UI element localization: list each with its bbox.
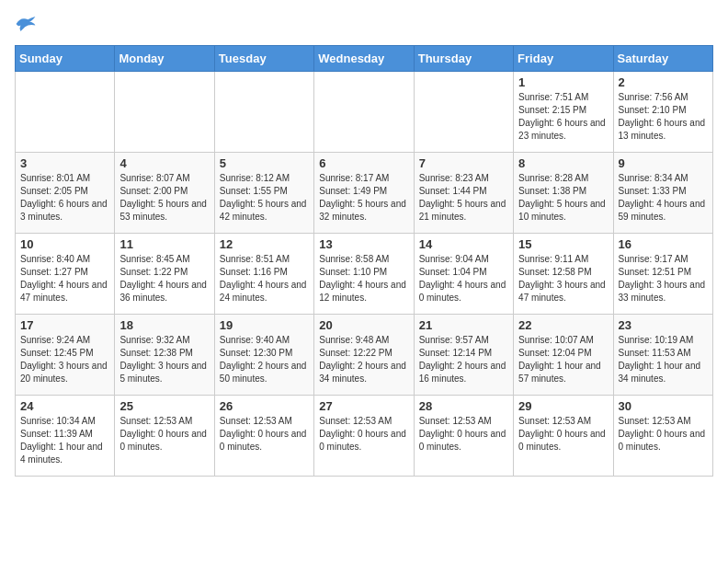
calendar-cell: 3Sunrise: 8:01 AM Sunset: 2:05 PM Daylig… — [16, 153, 115, 234]
logo-bird-icon — [15, 15, 37, 33]
day-info: Sunrise: 9:17 AM Sunset: 12:51 PM Daylig… — [619, 253, 708, 304]
calendar-cell: 2Sunrise: 7:56 AM Sunset: 2:10 PM Daylig… — [613, 72, 712, 153]
day-info: Sunrise: 9:32 AM Sunset: 12:38 PM Daylig… — [119, 334, 209, 385]
calendar-cell — [414, 72, 513, 153]
calendar-cell: 29Sunset: 12:53 AM Daylight: 0 hours and… — [514, 396, 613, 477]
calendar-cell: 11Sunrise: 8:45 AM Sunset: 1:22 PM Dayli… — [115, 234, 214, 315]
calendar-cell: 27Sunset: 12:53 AM Daylight: 0 hours and… — [314, 396, 414, 477]
day-number: 4 — [119, 156, 209, 170]
calendar-cell: 13Sunrise: 8:58 AM Sunset: 1:10 PM Dayli… — [314, 234, 414, 315]
day-number: 25 — [119, 399, 209, 413]
week-row-3: 10Sunrise: 8:40 AM Sunset: 1:27 PM Dayli… — [16, 234, 713, 315]
day-info: Sunrise: 8:45 AM Sunset: 1:22 PM Dayligh… — [119, 253, 209, 304]
day-info: Sunrise: 10:34 AM Sunset: 11:39 AM Dayli… — [20, 415, 109, 466]
week-row-4: 17Sunrise: 9:24 AM Sunset: 12:45 PM Dayl… — [16, 315, 713, 396]
calendar-cell: 5Sunrise: 8:12 AM Sunset: 1:55 PM Daylig… — [214, 153, 313, 234]
calendar-cell: 20Sunrise: 9:48 AM Sunset: 12:22 PM Dayl… — [314, 315, 414, 396]
calendar-cell — [214, 72, 313, 153]
day-info: Sunset: 12:53 AM Daylight: 0 hours and 0… — [518, 415, 608, 454]
calendar-cell: 15Sunrise: 9:11 AM Sunset: 12:58 PM Dayl… — [514, 234, 613, 315]
day-info: Sunrise: 9:24 AM Sunset: 12:45 PM Daylig… — [20, 334, 109, 385]
calendar-cell: 18Sunrise: 9:32 AM Sunset: 12:38 PM Dayl… — [115, 315, 214, 396]
day-number: 27 — [319, 399, 408, 413]
calendar-cell: 23Sunrise: 10:19 AM Sunset: 11:53 AM Day… — [613, 315, 712, 396]
calendar-cell: 14Sunrise: 9:04 AM Sunset: 1:04 PM Dayli… — [414, 234, 513, 315]
day-number: 5 — [220, 156, 309, 170]
calendar-cell: 12Sunrise: 8:51 AM Sunset: 1:16 PM Dayli… — [214, 234, 313, 315]
day-info: Sunrise: 8:01 AM Sunset: 2:05 PM Dayligh… — [20, 172, 109, 224]
day-number: 7 — [419, 156, 508, 170]
weekday-header-friday: Friday — [514, 46, 613, 72]
week-row-2: 3Sunrise: 8:01 AM Sunset: 2:05 PM Daylig… — [16, 153, 713, 234]
weekday-header-sunday: Sunday — [16, 46, 115, 72]
day-info: Sunset: 12:53 AM Daylight: 0 hours and 0… — [119, 415, 209, 454]
day-info: Sunrise: 8:34 AM Sunset: 1:33 PM Dayligh… — [619, 172, 708, 224]
calendar-cell: 7Sunrise: 8:23 AM Sunset: 1:44 PM Daylig… — [414, 153, 513, 234]
weekday-header-wednesday: Wednesday — [314, 46, 414, 72]
calendar-cell: 17Sunrise: 9:24 AM Sunset: 12:45 PM Dayl… — [16, 315, 115, 396]
day-number: 2 — [619, 75, 708, 89]
day-number: 11 — [119, 237, 209, 251]
day-number: 8 — [518, 156, 608, 170]
day-info: Sunrise: 8:12 AM Sunset: 1:55 PM Dayligh… — [220, 172, 309, 224]
calendar-cell: 22Sunrise: 10:07 AM Sunset: 12:04 PM Day… — [514, 315, 613, 396]
day-info: Sunrise: 9:57 AM Sunset: 12:14 PM Daylig… — [419, 334, 508, 385]
day-info: Sunrise: 10:07 AM Sunset: 12:04 PM Dayli… — [518, 334, 608, 385]
day-number: 30 — [619, 399, 708, 413]
calendar-cell: 24Sunrise: 10:34 AM Sunset: 11:39 AM Day… — [16, 396, 115, 477]
day-number: 15 — [518, 237, 608, 251]
day-info: Sunrise: 8:23 AM Sunset: 1:44 PM Dayligh… — [419, 172, 508, 224]
day-number: 23 — [619, 318, 708, 332]
day-number: 9 — [619, 156, 708, 170]
day-number: 10 — [20, 237, 109, 251]
day-number: 20 — [319, 318, 408, 332]
calendar-cell: 4Sunrise: 8:07 AM Sunset: 2:00 PM Daylig… — [115, 153, 214, 234]
weekday-header-tuesday: Tuesday — [214, 46, 313, 72]
day-number: 12 — [220, 237, 309, 251]
weekday-header-thursday: Thursday — [414, 46, 513, 72]
day-info: Sunrise: 9:04 AM Sunset: 1:04 PM Dayligh… — [419, 253, 508, 304]
calendar-cell: 6Sunrise: 8:17 AM Sunset: 1:49 PM Daylig… — [314, 153, 414, 234]
weekday-header-saturday: Saturday — [613, 46, 712, 72]
calendar-cell: 25Sunset: 12:53 AM Daylight: 0 hours and… — [115, 396, 214, 477]
day-info: Sunset: 12:53 AM Daylight: 0 hours and 0… — [319, 415, 408, 454]
calendar-cell: 8Sunrise: 8:28 AM Sunset: 1:38 PM Daylig… — [514, 153, 613, 234]
logo — [15, 15, 40, 38]
day-number: 1 — [518, 75, 608, 89]
day-info: Sunset: 12:53 AM Daylight: 0 hours and 0… — [220, 415, 309, 454]
day-info: Sunrise: 8:40 AM Sunset: 1:27 PM Dayligh… — [20, 253, 109, 304]
calendar-cell: 28Sunset: 12:53 AM Daylight: 0 hours and… — [414, 396, 513, 477]
day-info: Sunrise: 9:40 AM Sunset: 12:30 PM Daylig… — [220, 334, 309, 385]
day-number: 26 — [220, 399, 309, 413]
calendar-cell: 21Sunrise: 9:57 AM Sunset: 12:14 PM Dayl… — [414, 315, 513, 396]
calendar-cell: 30Sunset: 12:53 AM Daylight: 0 hours and… — [613, 396, 712, 477]
day-number: 6 — [319, 156, 408, 170]
day-number: 16 — [619, 237, 708, 251]
calendar-cell: 19Sunrise: 9:40 AM Sunset: 12:30 PM Dayl… — [214, 315, 313, 396]
day-info: Sunrise: 10:19 AM Sunset: 11:53 AM Dayli… — [619, 334, 708, 385]
day-number: 3 — [20, 156, 109, 170]
day-number: 17 — [20, 318, 109, 332]
day-info: Sunrise: 8:17 AM Sunset: 1:49 PM Dayligh… — [319, 172, 408, 224]
day-number: 29 — [518, 399, 608, 413]
day-info: Sunrise: 9:11 AM Sunset: 12:58 PM Daylig… — [518, 253, 608, 304]
day-number: 28 — [419, 399, 508, 413]
day-info: Sunrise: 8:07 AM Sunset: 2:00 PM Dayligh… — [119, 172, 209, 224]
calendar-cell — [314, 72, 414, 153]
day-info: Sunset: 12:53 AM Daylight: 0 hours and 0… — [419, 415, 508, 454]
calendar-cell: 26Sunset: 12:53 AM Daylight: 0 hours and… — [214, 396, 313, 477]
weekday-header-row: SundayMondayTuesdayWednesdayThursdayFrid… — [16, 46, 713, 72]
week-row-5: 24Sunrise: 10:34 AM Sunset: 11:39 AM Day… — [16, 396, 713, 477]
header — [15, 15, 713, 38]
day-info: Sunrise: 7:56 AM Sunset: 2:10 PM Dayligh… — [619, 91, 708, 143]
day-info: Sunrise: 8:51 AM Sunset: 1:16 PM Dayligh… — [220, 253, 309, 304]
calendar-cell: 10Sunrise: 8:40 AM Sunset: 1:27 PM Dayli… — [16, 234, 115, 315]
weekday-header-monday: Monday — [115, 46, 214, 72]
calendar-cell — [115, 72, 214, 153]
calendar-cell — [16, 72, 115, 153]
day-number: 18 — [119, 318, 209, 332]
day-number: 24 — [20, 399, 109, 413]
calendar-cell: 16Sunrise: 9:17 AM Sunset: 12:51 PM Dayl… — [613, 234, 712, 315]
day-number: 22 — [518, 318, 608, 332]
day-number: 19 — [220, 318, 309, 332]
